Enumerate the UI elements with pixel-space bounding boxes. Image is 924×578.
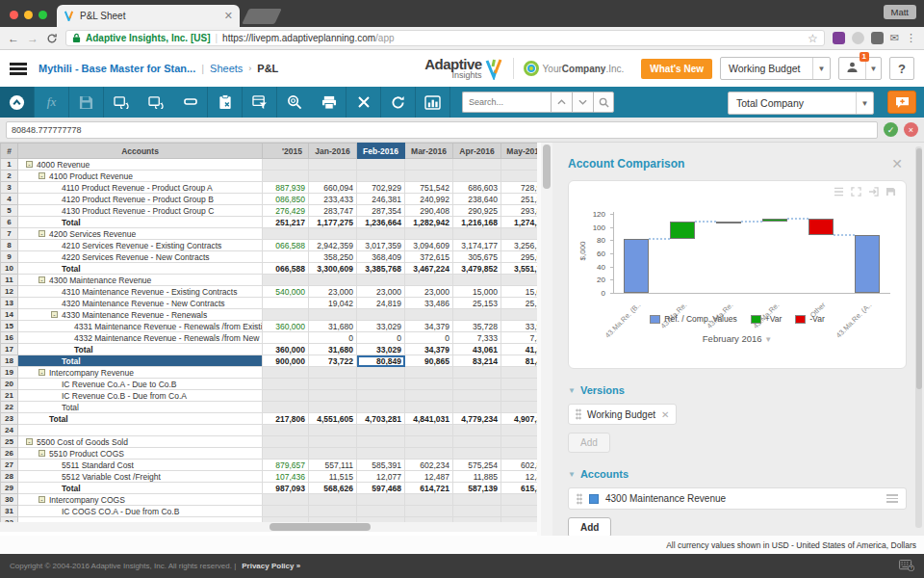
value-cell[interactable]: 233,433 <box>309 194 357 205</box>
value-cell[interactable]: 83,214 <box>453 355 501 367</box>
value-cell[interactable]: 12,077 <box>357 471 405 483</box>
value-cell[interactable] <box>309 275 357 286</box>
value-cell[interactable] <box>263 506 309 517</box>
value-cell[interactable] <box>263 298 309 309</box>
value-cell[interactable] <box>501 436 538 448</box>
value-cell[interactable] <box>501 171 538 182</box>
row-number[interactable]: 23 <box>1 413 18 425</box>
row-number[interactable]: 3 <box>1 182 18 194</box>
value-cell[interactable]: 4,779,234 <box>453 413 501 425</box>
remove-row-button[interactable] <box>173 87 208 118</box>
value-cell[interactable]: 879,657 <box>263 460 309 471</box>
account-cell[interactable]: 5512 Variable Cost /Freight <box>18 471 263 483</box>
column-header-may-2016[interactable]: May-2016 <box>501 144 538 159</box>
value-cell[interactable]: 2,942,359 <box>309 240 357 251</box>
value-cell[interactable] <box>357 309 405 321</box>
value-cell[interactable] <box>309 494 357 506</box>
browser-menu-icon[interactable]: ⋮ <box>906 32 916 44</box>
confirm-check-icon[interactable]: ✓ <box>884 122 898 137</box>
add-version-button[interactable]: Add <box>568 433 610 453</box>
value-cell[interactable] <box>263 228 309 240</box>
value-cell[interactable] <box>309 171 357 182</box>
value-cell[interactable]: 25,15 <box>501 298 538 309</box>
column-header-apr-2016[interactable]: Apr-2016 <box>453 144 501 159</box>
value-cell[interactable]: 1,216,168 <box>453 217 501 228</box>
value-cell[interactable]: 1,274,12 <box>501 217 538 228</box>
privacy-policy-link[interactable]: Privacy Policy » <box>242 562 300 570</box>
value-cell[interactable]: 602,234 <box>405 460 453 471</box>
row-number[interactable]: 6 <box>1 217 18 228</box>
value-cell[interactable] <box>501 275 538 286</box>
value-cell[interactable] <box>501 309 538 321</box>
waterfall-bar-pos[interactable] <box>762 219 787 221</box>
account-cell[interactable]: -Intercompany Revenue <box>18 367 263 379</box>
item-menu-icon[interactable] <box>886 494 898 503</box>
value-cell[interactable] <box>263 436 309 448</box>
row-number[interactable]: 27 <box>1 460 18 471</box>
value-cell[interactable] <box>357 425 405 436</box>
row-number[interactable]: 22 <box>1 402 18 413</box>
value-cell[interactable] <box>501 390 538 402</box>
account-cell[interactable]: IC Revenue Co.A - Due to Co.B <box>18 379 263 390</box>
account-cell[interactable]: 5511 Standard Cost <box>18 460 263 471</box>
whats-new-button[interactable]: What's New <box>641 59 712 79</box>
value-cell[interactable] <box>357 379 405 390</box>
value-cell[interactable]: 283,747 <box>309 205 357 217</box>
value-cell[interactable]: 702,929 <box>357 182 405 194</box>
drag-handle-icon[interactable] <box>576 408 581 420</box>
row-number[interactable]: 2 <box>1 171 18 182</box>
value-cell[interactable] <box>405 402 453 413</box>
value-cell[interactable] <box>309 367 357 379</box>
value-cell[interactable] <box>309 425 357 436</box>
value-cell[interactable]: 358,250 <box>309 251 357 263</box>
account-cell[interactable]: 4210 Services Revenue - Existing Contrac… <box>18 240 263 251</box>
value-cell[interactable]: 23,000 <box>357 286 405 298</box>
collapse-minus-icon[interactable]: - <box>51 311 58 318</box>
value-cell[interactable]: 4,907,32 <box>501 413 538 425</box>
row-number[interactable]: 4 <box>1 194 18 205</box>
value-cell[interactable] <box>263 275 309 286</box>
breadcrumb-sheets-link[interactable]: Sheets <box>210 63 243 74</box>
save-button[interactable] <box>69 87 104 118</box>
row-number[interactable]: 10 <box>1 263 18 275</box>
value-cell[interactable]: 276,429 <box>263 205 309 217</box>
value-cell[interactable] <box>453 448 501 460</box>
value-cell[interactable]: 066,588 <box>263 240 309 251</box>
selected-cell[interactable]: 80,849 <box>357 355 405 367</box>
reload-icon[interactable] <box>46 33 58 44</box>
version-selector[interactable]: Working Budget ▼ <box>720 57 831 80</box>
panel-scrollbar[interactable] <box>915 146 922 528</box>
value-cell[interactable] <box>453 494 501 506</box>
row-number[interactable]: 18 <box>1 355 18 367</box>
chart-save-icon[interactable] <box>886 187 896 197</box>
extension-shield-icon[interactable] <box>871 32 884 44</box>
value-cell[interactable] <box>309 379 357 390</box>
value-cell[interactable]: 557,111 <box>309 460 357 471</box>
value-cell[interactable] <box>405 171 453 182</box>
value-cell[interactable] <box>263 494 309 506</box>
value-cell[interactable]: 33,029 <box>357 321 405 332</box>
value-cell[interactable]: 3,256,13 <box>501 240 538 251</box>
value-cell[interactable]: 12,43 <box>501 471 538 483</box>
row-number[interactable]: 8 <box>1 240 18 251</box>
value-cell[interactable]: 3,017,359 <box>357 240 405 251</box>
row-number[interactable]: 26 <box>1 448 18 460</box>
value-cell[interactable] <box>263 379 309 390</box>
account-cell[interactable]: IC Revenue Co.B - Due from Co.A <box>18 390 263 402</box>
value-cell[interactable]: 575,254 <box>453 460 501 471</box>
account-cell[interactable]: -Intercompany COGS <box>18 494 263 506</box>
nav-menu-icon[interactable] <box>10 63 27 75</box>
zoom-button[interactable] <box>277 87 312 118</box>
value-cell[interactable]: 1,282,942 <box>405 217 453 228</box>
chart-button[interactable] <box>416 87 450 118</box>
row-number[interactable]: 29 <box>1 483 18 494</box>
close-window-button[interactable] <box>10 11 18 19</box>
value-cell[interactable] <box>263 251 309 263</box>
value-cell[interactable] <box>501 379 538 390</box>
row-number[interactable]: 24 <box>1 425 18 436</box>
row-number[interactable]: 14 <box>1 309 18 321</box>
filter-button[interactable] <box>243 87 277 118</box>
value-cell[interactable] <box>501 494 538 506</box>
value-cell[interactable]: 24,819 <box>357 298 405 309</box>
address-bar[interactable]: Adaptive Insights, Inc. [US] | https://l… <box>65 30 825 46</box>
